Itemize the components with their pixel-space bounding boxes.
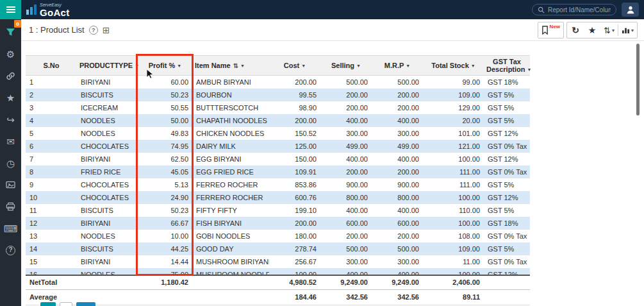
search-icon (538, 6, 545, 13)
table-cell: 50.23 (138, 204, 192, 217)
menu-button[interactable] (0, 0, 21, 19)
column-dropdown-icon[interactable]: ▼ (356, 64, 361, 68)
bookmark-new-button[interactable]: New (538, 22, 563, 38)
table-cell: 500.00 (320, 242, 372, 255)
column-header-gst-tax-description[interactable]: GST Tax Description▼ (484, 56, 530, 76)
sidebar-screen-button[interactable] (4, 178, 17, 191)
sidebar-help-button[interactable]: ? (4, 244, 17, 257)
column-header-selling[interactable]: Selling▼ (320, 56, 372, 76)
sidebar-keyboard-button[interactable]: ⌨ (4, 222, 17, 235)
nettotal-mrp: 9,249.00 (372, 275, 423, 289)
table-cell: 111.00 (423, 166, 484, 178)
table-cell: FERREO ROCHER (192, 178, 269, 191)
column-dropdown-icon[interactable]: ▼ (301, 64, 306, 68)
column-label: S.No (43, 62, 59, 69)
table-cell: 10 (26, 191, 77, 204)
sidebar-print-button[interactable] (4, 200, 17, 213)
table-row[interactable]: 13NOODLES10.00GOBI NOODLES180.00200.0020… (26, 230, 530, 242)
sidebar-favorites-button[interactable]: ★ (4, 91, 17, 104)
table-row[interactable]: 7BIRIYANI62.50EGG BIRYANI150.00400.00400… (26, 153, 530, 166)
column-header-s-no[interactable]: S.No (26, 56, 77, 76)
table-row[interactable]: 16NOODLES75.00MUSHROOM NOODLES100.00400.… (26, 268, 530, 275)
pagination-button[interactable] (76, 302, 95, 306)
table-cell: 600.00 (372, 217, 423, 230)
nettotal-profit: 1,180.42 (138, 275, 192, 289)
column-header-profit-[interactable]: Profit %▼ (138, 56, 192, 76)
report-help-icon[interactable]: ? (89, 26, 98, 35)
grid-view-icon[interactable]: ⊞ (103, 26, 110, 35)
table-row[interactable]: 15BIRIYANI14.44MUSHROOM BIRIYANI256.6730… (26, 255, 530, 268)
table-cell: GST 5% (484, 89, 530, 101)
table-row[interactable]: 4NOODLES50.00CHAPATHI NOODLES200.00400.0… (26, 114, 530, 127)
nettotal-label: NetTotal (26, 275, 77, 289)
column-dropdown-icon[interactable]: ▼ (471, 64, 475, 68)
search-input[interactable] (548, 6, 611, 13)
column-dropdown-icon[interactable]: ▼ (240, 64, 245, 68)
table-row[interactable]: 5NOODLES49.83CHICKEN NOODLES150.52300.00… (26, 127, 530, 140)
table-cell: 5 (26, 127, 77, 140)
sort-button[interactable]: ⇅ ▾ (600, 22, 618, 38)
column-dropdown-icon[interactable]: ▼ (527, 67, 532, 72)
table-cell: 800.00 (320, 191, 372, 204)
search-box[interactable] (532, 4, 616, 15)
chart-view-button[interactable]: ▾ (618, 22, 637, 38)
pagination-button[interactable] (60, 302, 72, 306)
table-cell: GST 0% Tax (484, 166, 530, 178)
table-cell: GST 12% (484, 127, 530, 140)
table-row[interactable]: 11BISCUITS50.23FIFTY FIFTY199.10400.0040… (26, 204, 530, 217)
favorite-button[interactable]: ★ (584, 22, 600, 38)
table-cell: GST 0% Tax (484, 230, 530, 242)
table-cell: 500.00 (372, 242, 423, 255)
table-row[interactable]: 9CHOCOLATES5.13FERREO ROCHER853.86900.00… (26, 178, 530, 191)
table-cell: 7 (26, 153, 77, 166)
star-icon: ★ (588, 25, 597, 35)
table-cell: NOODLES (77, 127, 138, 140)
table-cell: GST 18% (484, 217, 530, 230)
report-table-area: S.NoPRODUCTTYPE▼Profit %▼Item Name⇅▼Cost… (26, 55, 532, 305)
table-cell: 98.90 (269, 101, 320, 114)
table-row[interactable]: 8FRIED RICE45.05EGG FRIED RICE109.91200.… (26, 166, 530, 178)
table-cell: 60.00 (138, 76, 192, 89)
sidebar-filter-button[interactable] (4, 26, 17, 38)
column-header-producttype[interactable]: PRODUCTTYPE▼ (77, 56, 138, 76)
table-scroll-viewport[interactable]: S.NoPRODUCTTYPE▼Profit %▼Item Name⇅▼Cost… (26, 55, 532, 275)
user-button[interactable] (622, 3, 639, 17)
table-cell: DAIRY MILK (192, 140, 269, 153)
average-mrp: 342.56 (372, 289, 423, 305)
vertical-scrollbar[interactable] (636, 44, 640, 115)
column-header-m-r-p[interactable]: M.R.P▼ (372, 56, 423, 76)
average-selling: 342.56 (320, 289, 372, 305)
column-header-total-stock[interactable]: Total Stock▼ (423, 56, 484, 76)
table-row[interactable]: 10CHOCOLATES24.90FERRERO ROCHER600.76800… (26, 191, 530, 204)
table-cell: BUTTTERSCOTCH (192, 101, 269, 114)
sidebar-mail-button[interactable]: ✉ (4, 135, 17, 148)
sidebar-link-button[interactable] (4, 69, 17, 82)
app-logo[interactable]: ServeEasy GoAct (26, 3, 70, 17)
column-header-item-name[interactable]: Item Name⇅▼ (192, 56, 269, 76)
table-cell: 200.00 (320, 166, 372, 178)
table-cell: 499.00 (320, 140, 372, 153)
table-row[interactable]: 14BISCUITS44.25GOOD DAY278.74500.00500.0… (26, 242, 530, 255)
sidebar-settings-button[interactable]: ⚙ (4, 47, 17, 60)
column-dropdown-icon[interactable]: ▼ (406, 64, 410, 68)
column-header-cost[interactable]: Cost▼ (269, 56, 320, 76)
app-window: ServeEasy GoAct 0 ⚙ ★ ↪ ✉ ◷ (0, 0, 644, 306)
table-cell: 109.00 (423, 89, 484, 101)
table-cell: 8 (26, 166, 77, 178)
sort-indicator-icon: ⇅ (233, 62, 238, 69)
table-row[interactable]: 6CHOCOLATES74.95DAIRY MILK125.00499.0049… (26, 140, 530, 153)
sidebar-history-button[interactable]: ◷ (4, 157, 17, 169)
refresh-button[interactable]: ↻ (567, 22, 584, 38)
table-cell: FISH BIRYANI (192, 217, 269, 230)
table-row[interactable]: 2BISCUITS50.23BOURBON99.55200.00200.0010… (26, 89, 530, 101)
table-cell: 499.00 (372, 140, 423, 153)
column-dropdown-icon[interactable]: ▼ (177, 64, 181, 68)
sidebar-share-button[interactable]: ↪ (4, 113, 17, 126)
pagination-controls[interactable] (40, 302, 95, 306)
average-cost: 184.46 (269, 289, 320, 305)
column-dropdown-icon[interactable]: ▼ (135, 64, 139, 68)
pagination-button[interactable] (40, 302, 56, 306)
table-row[interactable]: 12BIRIYANI66.67FISH BIRYANI200.00600.006… (26, 217, 530, 230)
table-row[interactable]: 3ICECREAM50.55BUTTTERSCOTCH98.90200.0020… (26, 101, 530, 114)
table-row[interactable]: 1BIRIYANI60.00AMBUR BIRYANI200.00500.005… (26, 76, 530, 89)
